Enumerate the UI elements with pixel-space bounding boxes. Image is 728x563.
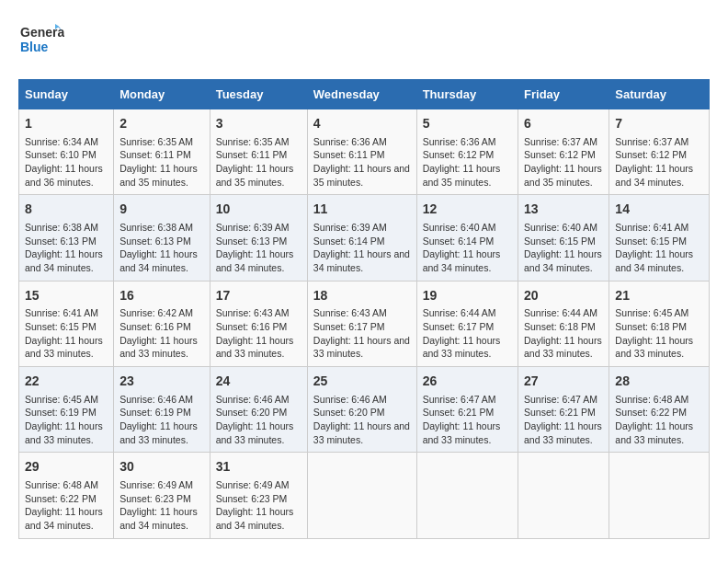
day-number: 14: [615, 201, 703, 219]
calendar-cell: 27Sunrise: 6:47 AMSunset: 6:21 PMDayligh…: [518, 367, 609, 453]
calendar-week-row: 1Sunrise: 6:34 AMSunset: 6:10 PMDaylight…: [19, 109, 710, 195]
sunrise: Sunrise: 6:44 AM: [423, 307, 496, 318]
daylight: Daylight: 11 hours and 33 minutes.: [615, 420, 693, 445]
sunset: Sunset: 6:23 PM: [119, 493, 191, 504]
daylight: Daylight: 11 hours and 33 minutes.: [119, 420, 198, 445]
calendar-cell: [307, 453, 416, 538]
daylight: Daylight: 11 hours and 34 minutes.: [25, 248, 103, 273]
sunrise: Sunrise: 6:37 AM: [615, 136, 688, 147]
daylight: Daylight: 11 hours and 35 minutes.: [119, 163, 198, 188]
daylight: Daylight: 11 hours and 35 minutes.: [216, 163, 294, 188]
day-number: 19: [423, 287, 512, 305]
day-number: 26: [423, 373, 512, 391]
calendar-cell: 20Sunrise: 6:44 AMSunset: 6:18 PMDayligh…: [518, 281, 609, 366]
sunrise: Sunrise: 6:43 AM: [313, 307, 387, 318]
day-number: 7: [615, 115, 703, 133]
day-number: 17: [216, 287, 301, 305]
weekday-header: Sunday: [19, 80, 114, 109]
calendar-cell: 5Sunrise: 6:36 AMSunset: 6:12 PMDaylight…: [416, 109, 518, 195]
calendar-cell: 29Sunrise: 6:48 AMSunset: 6:22 PMDayligh…: [19, 453, 114, 538]
sunset: Sunset: 6:14 PM: [313, 236, 385, 247]
calendar-cell: [609, 453, 710, 538]
daylight: Daylight: 11 hours and 34 minutes.: [615, 163, 693, 188]
sunrise: Sunrise: 6:40 AM: [423, 222, 496, 233]
daylight: Daylight: 11 hours and 33 minutes.: [313, 335, 410, 360]
sunset: Sunset: 6:12 PM: [423, 149, 495, 160]
day-number: 13: [524, 201, 603, 219]
calendar-cell: 9Sunrise: 6:38 AMSunset: 6:13 PMDaylight…: [114, 195, 210, 281]
weekday-header: Saturday: [609, 80, 710, 109]
day-number: 29: [25, 458, 108, 477]
sunrise: Sunrise: 6:38 AM: [25, 222, 98, 233]
weekday-header: Friday: [518, 80, 609, 109]
calendar-cell: 25Sunrise: 6:46 AMSunset: 6:20 PMDayligh…: [307, 367, 416, 453]
day-number: 21: [615, 287, 703, 305]
sunset: Sunset: 6:11 PM: [216, 149, 288, 160]
calendar-cell: 3Sunrise: 6:35 AMSunset: 6:11 PMDaylight…: [210, 109, 307, 195]
daylight: Daylight: 11 hours and 34 minutes.: [216, 248, 294, 273]
daylight: Daylight: 11 hours and 36 minutes.: [25, 163, 103, 188]
sunset: Sunset: 6:22 PM: [615, 407, 687, 418]
daylight: Daylight: 11 hours and 34 minutes.: [524, 248, 602, 273]
sunrise: Sunrise: 6:36 AM: [423, 136, 496, 147]
sunrise: Sunrise: 6:39 AM: [216, 222, 290, 233]
sunset: Sunset: 6:12 PM: [615, 149, 687, 160]
sunset: Sunset: 6:11 PM: [119, 149, 191, 160]
daylight: Daylight: 11 hours and 34 minutes.: [119, 506, 198, 531]
sunset: Sunset: 6:12 PM: [524, 149, 596, 160]
daylight: Daylight: 11 hours and 34 minutes.: [216, 506, 294, 531]
sunset: Sunset: 6:13 PM: [119, 236, 191, 247]
page-header: General Blue: [18, 18, 710, 64]
calendar-week-row: 22Sunrise: 6:45 AMSunset: 6:19 PMDayligh…: [19, 367, 710, 453]
svg-text:Blue: Blue: [20, 40, 49, 54]
calendar-cell: 16Sunrise: 6:42 AMSunset: 6:16 PMDayligh…: [114, 281, 210, 366]
sunrise: Sunrise: 6:46 AM: [216, 394, 290, 405]
calendar-cell: 6Sunrise: 6:37 AMSunset: 6:12 PMDaylight…: [518, 109, 609, 195]
calendar-cell: 10Sunrise: 6:39 AMSunset: 6:13 PMDayligh…: [210, 195, 307, 281]
sunset: Sunset: 6:19 PM: [119, 407, 191, 418]
day-number: 30: [119, 458, 204, 477]
calendar-cell: 28Sunrise: 6:48 AMSunset: 6:22 PMDayligh…: [609, 367, 710, 453]
sunset: Sunset: 6:20 PM: [313, 407, 385, 418]
daylight: Daylight: 11 hours and 35 minutes.: [524, 163, 602, 188]
sunrise: Sunrise: 6:39 AM: [313, 222, 387, 233]
day-number: 4: [313, 115, 411, 133]
calendar-cell: 30Sunrise: 6:49 AMSunset: 6:23 PMDayligh…: [114, 453, 210, 538]
sunset: Sunset: 6:15 PM: [524, 236, 596, 247]
daylight: Daylight: 11 hours and 34 minutes.: [423, 248, 501, 273]
daylight: Daylight: 11 hours and 33 minutes.: [216, 335, 294, 360]
calendar-cell: 18Sunrise: 6:43 AMSunset: 6:17 PMDayligh…: [307, 281, 416, 366]
calendar-cell: 24Sunrise: 6:46 AMSunset: 6:20 PMDayligh…: [210, 367, 307, 453]
day-number: 12: [423, 201, 512, 219]
calendar-cell: 1Sunrise: 6:34 AMSunset: 6:10 PMDaylight…: [19, 109, 114, 195]
sunset: Sunset: 6:17 PM: [423, 321, 495, 332]
sunrise: Sunrise: 6:47 AM: [524, 394, 597, 405]
daylight: Daylight: 11 hours and 34 minutes.: [313, 248, 410, 273]
calendar-cell: 15Sunrise: 6:41 AMSunset: 6:15 PMDayligh…: [19, 281, 114, 366]
calendar-cell: 11Sunrise: 6:39 AMSunset: 6:14 PMDayligh…: [307, 195, 416, 281]
sunrise: Sunrise: 6:46 AM: [313, 394, 387, 405]
daylight: Daylight: 11 hours and 33 minutes.: [524, 335, 602, 360]
calendar-cell: 23Sunrise: 6:46 AMSunset: 6:19 PMDayligh…: [114, 367, 210, 453]
sunset: Sunset: 6:13 PM: [25, 236, 97, 247]
daylight: Daylight: 11 hours and 33 minutes.: [423, 335, 501, 360]
sunrise: Sunrise: 6:37 AM: [524, 136, 597, 147]
daylight: Daylight: 11 hours and 34 minutes.: [615, 248, 693, 273]
calendar-table: SundayMondayTuesdayWednesdayThursdayFrid…: [18, 79, 710, 539]
sunset: Sunset: 6:15 PM: [25, 321, 97, 332]
sunset: Sunset: 6:11 PM: [313, 149, 385, 160]
sunset: Sunset: 6:23 PM: [216, 493, 288, 504]
day-number: 3: [216, 115, 301, 133]
day-number: 8: [25, 201, 108, 219]
sunrise: Sunrise: 6:48 AM: [25, 479, 98, 490]
day-number: 27: [524, 373, 603, 391]
day-number: 24: [216, 373, 301, 391]
weekday-header: Monday: [114, 80, 210, 109]
sunset: Sunset: 6:16 PM: [216, 321, 288, 332]
daylight: Daylight: 11 hours and 33 minutes.: [25, 335, 103, 360]
sunset: Sunset: 6:21 PM: [423, 407, 495, 418]
logo: General Blue: [18, 18, 64, 64]
sunrise: Sunrise: 6:36 AM: [313, 136, 387, 147]
day-number: 23: [119, 373, 204, 391]
sunset: Sunset: 6:13 PM: [216, 236, 288, 247]
